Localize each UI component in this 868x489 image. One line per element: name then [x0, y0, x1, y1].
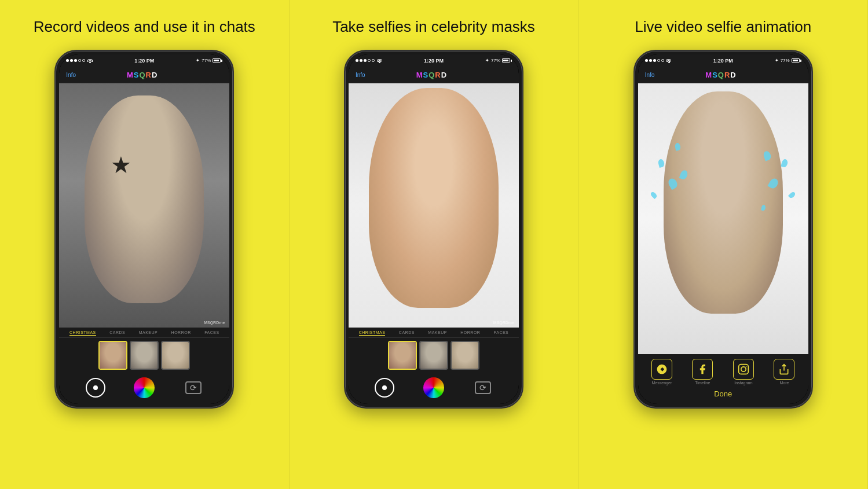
- status-left-1: [66, 58, 93, 63]
- tab-faces-2[interactable]: FACES: [494, 330, 508, 336]
- camera-view-1: MSQRDme: [59, 83, 229, 328]
- mask-thumb-2-3[interactable]: [451, 341, 479, 370]
- share-icons-row: Messenger Timeline: [642, 359, 805, 385]
- instagram-icon: [733, 359, 754, 380]
- mask-thumb-2-2[interactable]: [419, 341, 448, 370]
- waterdrop-9: [763, 150, 772, 161]
- status-right-1: ✦ 77%: [196, 58, 222, 63]
- wifi-icon-1: [87, 58, 93, 63]
- svg-rect-0: [739, 364, 749, 374]
- svg-point-1: [741, 367, 746, 372]
- waterdrop-2: [657, 159, 665, 168]
- dot4: [78, 59, 81, 62]
- photo-button-2[interactable]: [374, 377, 395, 398]
- dot2-3: [649, 59, 652, 62]
- tab-horror-2[interactable]: HORROR: [460, 330, 480, 336]
- flip-camera-2[interactable]: [473, 377, 493, 398]
- app-logo-3: MSQRD: [705, 71, 736, 79]
- wifi-icon-2: [376, 58, 382, 63]
- mask-face-1: [100, 342, 126, 369]
- signal-dots-1: [66, 59, 85, 62]
- color-wheel-1[interactable]: [134, 377, 155, 398]
- time-2: 1:20 PM: [424, 58, 444, 64]
- mask-thumb-1-1[interactable]: [98, 341, 127, 370]
- color-wheel-btn-1: [134, 377, 155, 398]
- wifi-icon-3: [666, 58, 672, 63]
- dot1: [66, 59, 69, 62]
- tab-makeup-2[interactable]: MAKEUP: [428, 330, 447, 336]
- panel-1-title: Record videos and use it in chats: [34, 17, 255, 37]
- bluetooth-icon-1: ✦: [196, 58, 200, 63]
- tab-makeup-1[interactable]: MAKEUP: [139, 330, 158, 336]
- signal-dots-3: [645, 59, 664, 62]
- battery-icon-1: [213, 58, 222, 62]
- battery-icon-3: [792, 58, 801, 62]
- battery-pct-3: 77%: [781, 58, 790, 63]
- mask-mustache-1: [162, 342, 189, 369]
- tab-faces-1[interactable]: FACES: [204, 330, 219, 336]
- status-right-2: ✦ 77%: [485, 58, 512, 63]
- app-nav-1: Info MSQRD: [59, 67, 229, 83]
- camera-controls-1: [59, 373, 229, 404]
- phone-2: 1:20 PM ✦ 77% Info MSQRD: [344, 50, 523, 409]
- phone-bottom-2: CHRISTMAS CARDS MAKEUP HORROR FACES: [349, 328, 519, 404]
- color-wheel-2[interactable]: [423, 377, 444, 398]
- status-bar-1: 1:20 PM ✦ 77%: [59, 54, 229, 67]
- dot2: [70, 59, 73, 62]
- tab-christmas-2[interactable]: CHRISTMAS: [359, 330, 386, 336]
- mask-thumb-1-2[interactable]: [130, 341, 159, 370]
- dot3-2: [364, 59, 367, 62]
- tab-cards-2[interactable]: CARDS: [399, 330, 415, 336]
- waterdrop-8: [788, 191, 796, 199]
- watermark-1: MSQRDme: [204, 321, 225, 325]
- dot5-3: [661, 59, 664, 62]
- svg-point-2: [746, 366, 747, 367]
- mask-face-2-1: [389, 342, 416, 369]
- info-link-2[interactable]: Info: [356, 72, 365, 78]
- info-link-3[interactable]: Info: [645, 72, 655, 78]
- share-more[interactable]: More: [774, 359, 794, 385]
- app-logo-2: MSQRD: [416, 71, 447, 79]
- photo-button-1[interactable]: [85, 377, 106, 398]
- share-messenger[interactable]: Messenger: [651, 359, 672, 385]
- flip-btn-2: [475, 381, 491, 394]
- mask-face-2-2: [420, 342, 447, 369]
- battery-icon-2: [502, 58, 512, 62]
- info-link-1[interactable]: Info: [66, 72, 76, 78]
- tab-christmas-1[interactable]: CHRISTMAS: [69, 330, 96, 336]
- signal-dots-2: [356, 59, 375, 62]
- share-instagram[interactable]: Instagram: [733, 359, 754, 385]
- panel-live-video: Live video selfie animation: [578, 0, 868, 489]
- tab-cards-1[interactable]: CARDS: [109, 330, 125, 336]
- battery-pct-1: 77%: [202, 58, 211, 63]
- waterdrop-6: [767, 177, 779, 190]
- done-button[interactable]: Done: [714, 389, 732, 398]
- share-facebook[interactable]: Timeline: [692, 359, 713, 385]
- waterdrop-7: [781, 159, 789, 168]
- mask-thumb-2-1[interactable]: [388, 341, 417, 370]
- dot2-2: [360, 59, 362, 62]
- facebook-icon: [692, 359, 713, 380]
- panel-celebrity-masks: Take selfies in celebrity masks: [290, 0, 579, 489]
- panel-record-videos: Record videos and use it in chats: [0, 0, 290, 489]
- done-row: Done: [642, 387, 805, 402]
- photo-circle-1: [86, 378, 105, 398]
- color-wheel-btn-2: [423, 377, 444, 398]
- photo-circle-2: [375, 378, 394, 398]
- dot4-2: [368, 59, 371, 62]
- phone-bottom-1: CHRISTMAS CARDS MAKEUP HORROR FACES: [59, 328, 229, 404]
- messenger-label: Messenger: [652, 381, 672, 385]
- mask-thumb-1-3[interactable]: [161, 341, 190, 370]
- time-1: 1:20 PM: [134, 58, 154, 64]
- tab-horror-1[interactable]: HORROR: [171, 330, 191, 336]
- mask-row-2: [349, 338, 519, 373]
- bluetooth-icon-2: ✦: [485, 58, 489, 63]
- status-left-3: [645, 58, 672, 63]
- dot1-3: [645, 59, 648, 62]
- flip-camera-1[interactable]: [183, 377, 204, 398]
- app-nav-3: Info MSQRD: [638, 67, 808, 83]
- status-left-2: [356, 58, 382, 63]
- battery-pct-2: 77%: [491, 58, 500, 63]
- mask-row-1: [59, 338, 229, 373]
- camera-view-2: MSQRDme: [349, 83, 519, 328]
